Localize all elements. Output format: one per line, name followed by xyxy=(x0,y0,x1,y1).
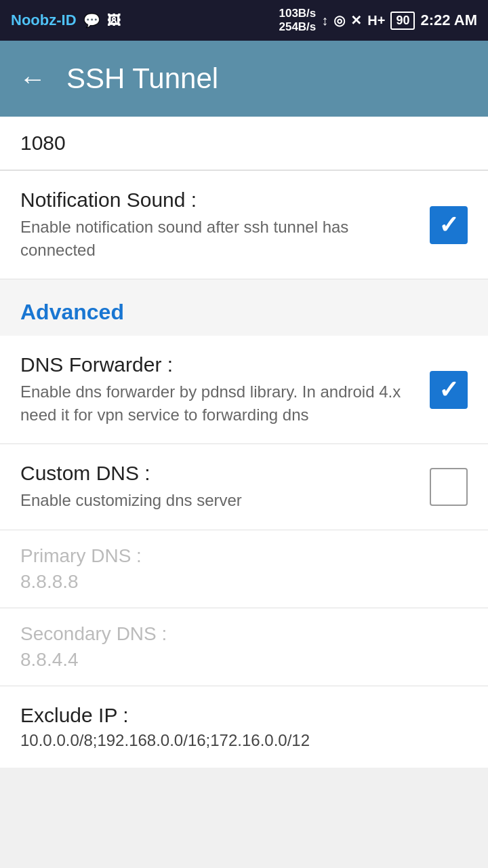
custom-dns-desc: Enable customizing dns server xyxy=(20,489,416,512)
notification-sound-title: Notification Sound : xyxy=(20,189,416,212)
status-right: 103B/s 254B/s ↕ ◎ ✕ H+ 90 2:22 AM xyxy=(279,7,477,35)
dns-forwarder-text: DNS Forwarder : Enable dns forwarder by … xyxy=(20,353,430,426)
dns-forwarder-item[interactable]: DNS Forwarder : Enable dns forwarder by … xyxy=(0,336,488,444)
dns-forwarder-title: DNS Forwarder : xyxy=(20,353,416,376)
wifi-icon: ◎ xyxy=(333,12,345,28)
signal-x-icon: ✕ xyxy=(350,12,362,28)
app-bar-title: SSH Tunnel xyxy=(66,62,218,95)
status-time: 2:22 AM xyxy=(420,12,477,29)
notification-sound-desc: Enable notification sound after ssh tunn… xyxy=(20,216,416,261)
dns-forwarder-desc: Enable dns forwarder by pdnsd library. I… xyxy=(20,380,416,426)
notification-sound-text: Notification Sound : Enable notification… xyxy=(20,189,430,261)
status-left: Noobz-ID 💬 🖼 xyxy=(11,12,121,29)
data-speed: 103B/s 254B/s xyxy=(279,7,316,35)
advanced-label: Advanced xyxy=(20,300,124,324)
network-type-icon: H+ xyxy=(367,13,385,28)
notification-sound-checkbox[interactable] xyxy=(430,206,468,244)
exclude-ip-title: Exclude IP : xyxy=(20,704,468,727)
app-bar: ← SSH Tunnel xyxy=(0,41,488,117)
port-row: 1080 xyxy=(0,117,488,170)
secondary-dns-value: 8.8.4.4 xyxy=(20,649,468,671)
arrow-up-down-icon: ↕ xyxy=(321,13,328,28)
port-value: 1080 xyxy=(20,132,66,154)
custom-dns-checkbox[interactable] xyxy=(430,468,468,506)
advanced-section-header: Advanced xyxy=(0,279,488,336)
custom-dns-item[interactable]: Custom DNS : Enable customizing dns serv… xyxy=(0,444,488,530)
primary-dns-row: Primary DNS : 8.8.8.8 xyxy=(0,530,488,608)
custom-dns-text: Custom DNS : Enable customizing dns serv… xyxy=(20,462,430,512)
dns-forwarder-checkbox[interactable] xyxy=(430,371,468,409)
secondary-dns-label: Secondary DNS : xyxy=(20,623,468,645)
image-icon: 🖼 xyxy=(107,13,121,28)
status-bar: Noobz-ID 💬 🖼 103B/s 254B/s ↕ ◎ ✕ H+ 90 2… xyxy=(0,0,488,41)
exclude-ip-row: Exclude IP : 10.0.0.0/8;192.168.0.0/16;1… xyxy=(0,686,488,768)
messenger-icon: 💬 xyxy=(83,12,100,28)
primary-dns-label: Primary DNS : xyxy=(20,545,468,567)
secondary-dns-row: Secondary DNS : 8.8.4.4 xyxy=(0,608,488,686)
settings-content: 1080 Notification Sound : Enable notific… xyxy=(0,117,488,768)
back-button[interactable]: ← xyxy=(19,64,46,94)
battery-icon: 90 xyxy=(390,12,415,30)
exclude-ip-value: 10.0.0.0/8;192.168.0.0/16;172.16.0.0/12 xyxy=(20,731,468,750)
notification-sound-item[interactable]: Notification Sound : Enable notification… xyxy=(0,171,488,279)
primary-dns-value: 8.8.8.8 xyxy=(20,571,468,593)
status-app-name: Noobz-ID xyxy=(11,12,77,29)
custom-dns-title: Custom DNS : xyxy=(20,462,416,485)
